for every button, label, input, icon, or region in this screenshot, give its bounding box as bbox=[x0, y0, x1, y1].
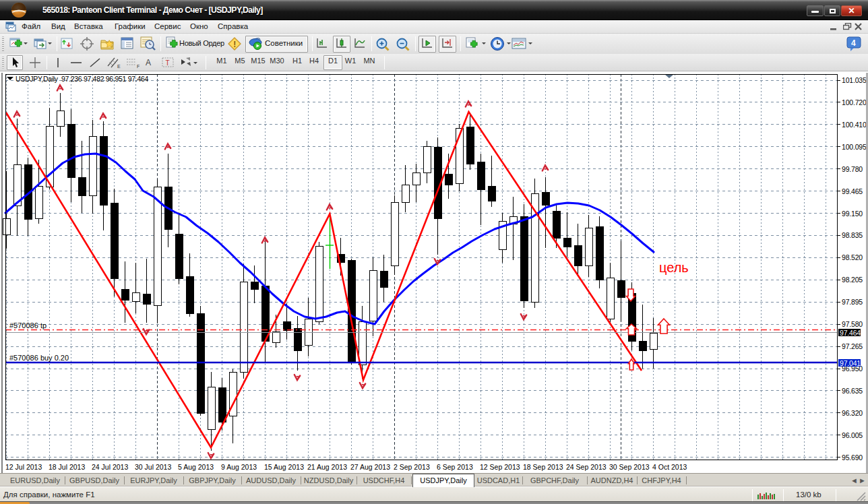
svg-text:F: F bbox=[137, 64, 140, 69]
svg-text:100.410: 100.410 bbox=[842, 121, 867, 129]
svg-text:12 Jul 2013: 12 Jul 2013 bbox=[5, 463, 42, 471]
svg-text:18 Jul 2013: 18 Jul 2013 bbox=[49, 463, 85, 471]
svg-text:9 Aug 2013: 9 Aug 2013 bbox=[221, 463, 257, 471]
svg-text:4: 4 bbox=[851, 38, 856, 48]
svg-text:98.520: 98.520 bbox=[842, 253, 863, 261]
svg-text:96.635: 96.635 bbox=[842, 387, 863, 395]
svg-text:97.041: 97.041 bbox=[840, 359, 861, 367]
svg-text:100.095: 100.095 bbox=[842, 143, 867, 151]
svg-text:5 Aug 2013: 5 Aug 2013 bbox=[178, 463, 214, 471]
svg-text:99.150: 99.150 bbox=[842, 210, 863, 218]
svg-text:98.205: 98.205 bbox=[842, 276, 863, 284]
svg-text:99.780: 99.780 bbox=[842, 165, 863, 173]
svg-text:99.465: 99.465 bbox=[842, 187, 863, 195]
svg-text:12 Sep 2013: 12 Sep 2013 bbox=[480, 463, 520, 471]
svg-text:USDJPY,Daily 97.236 97.482 96: USDJPY,Daily 97.236 97.482 96.951 97.464 bbox=[16, 75, 149, 83]
svg-text:18 Sep 2013: 18 Sep 2013 bbox=[523, 463, 563, 471]
svg-text:95.690: 95.690 bbox=[842, 453, 863, 462]
svg-text:6 Sep 2013: 6 Sep 2013 bbox=[437, 463, 473, 471]
svg-text:30 Sep 2013: 30 Sep 2013 bbox=[609, 463, 650, 471]
svg-text:E: E bbox=[117, 64, 121, 69]
svg-text:#570086 tp: #570086 tp bbox=[9, 321, 46, 329]
svg-text:27 Aug 2013: 27 Aug 2013 bbox=[350, 463, 390, 471]
svg-text:24 Sep 2013: 24 Sep 2013 bbox=[566, 463, 607, 471]
svg-text:#570086 buy 0.20: #570086 buy 0.20 bbox=[9, 354, 69, 362]
svg-text:96.005: 96.005 bbox=[842, 431, 863, 439]
svg-text:!: ! bbox=[233, 40, 236, 49]
svg-text:97.580: 97.580 bbox=[842, 320, 863, 328]
svg-text:T: T bbox=[166, 59, 170, 67]
svg-text:цель: цель bbox=[659, 260, 689, 275]
svg-text:97.265: 97.265 bbox=[842, 342, 863, 350]
svg-text:98.835: 98.835 bbox=[842, 231, 863, 239]
svg-text:2 Sep 2013: 2 Sep 2013 bbox=[394, 463, 430, 471]
svg-text:30 Jul 2013: 30 Jul 2013 bbox=[135, 463, 171, 471]
svg-text:15 Aug 2013: 15 Aug 2013 bbox=[264, 463, 304, 471]
svg-text:101.035: 101.035 bbox=[842, 76, 867, 84]
svg-text:97.895: 97.895 bbox=[842, 298, 863, 306]
svg-text:97.464: 97.464 bbox=[840, 329, 861, 337]
svg-text:4 Oct 2013: 4 Oct 2013 bbox=[652, 463, 687, 471]
svg-text:21 Aug 2013: 21 Aug 2013 bbox=[307, 463, 347, 471]
svg-text:96.320: 96.320 bbox=[842, 409, 863, 417]
svg-text:100.720: 100.720 bbox=[842, 98, 867, 106]
svg-text:24 Jul 2013: 24 Jul 2013 bbox=[92, 463, 128, 471]
